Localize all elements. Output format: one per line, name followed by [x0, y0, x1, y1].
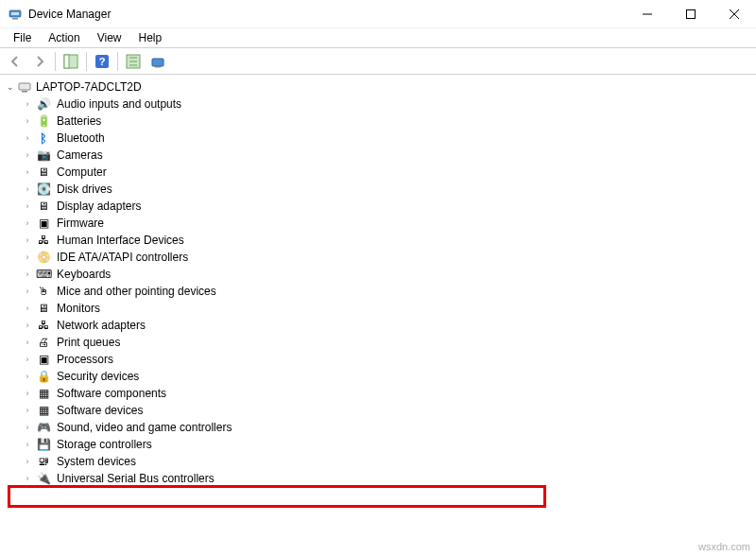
device-category-icon: 🔋 [34, 114, 53, 128]
svg-text:?: ? [99, 56, 106, 67]
menu-help[interactable]: Help [131, 29, 170, 46]
tree-item[interactable]: ›🖥Computer [17, 164, 754, 181]
scan-button[interactable] [122, 50, 145, 73]
expand-icon[interactable]: › [21, 302, 34, 315]
tree-item[interactable]: ›📷Cameras [17, 147, 754, 164]
tree-item[interactable]: ›🔋Batteries [17, 113, 754, 130]
root-label: LAPTOP-7ADCLT2D [36, 80, 142, 94]
device-category-icon: 🎮 [34, 421, 53, 434]
device-category-icon: 📷 [34, 148, 53, 162]
tree-item[interactable]: ›🔌Universal Serial Bus controllers [17, 470, 754, 487]
menu-action[interactable]: Action [41, 29, 87, 46]
show-hide-tree-button[interactable] [60, 50, 82, 73]
tree-root-node[interactable]: ⌄ LAPTOP-7ADCLT2D [4, 78, 754, 96]
tree-item[interactable]: ›⌨Keyboards [17, 266, 754, 283]
update-driver-button[interactable] [146, 50, 169, 73]
expand-icon[interactable]: › [21, 234, 34, 247]
device-category-icon: 💾 [34, 438, 53, 451]
svg-rect-12 [152, 59, 163, 66]
tree-item-label: Universal Serial Bus controllers [57, 472, 215, 485]
tree-item[interactable]: ›🖥Display adapters [17, 198, 754, 215]
device-category-icon: 💽 [34, 182, 53, 196]
tree-item-label: Disk drives [57, 182, 112, 196]
device-category-icon: ▣ [34, 217, 53, 230]
tree-item-label: Human Interface Devices [57, 234, 184, 247]
svg-rect-4 [687, 10, 696, 19]
expand-icon[interactable]: › [21, 421, 34, 434]
tree-item-label: Print queues [57, 336, 120, 349]
menu-view[interactable]: View [90, 29, 129, 46]
tree-item[interactable]: ›▦Software devices [17, 402, 754, 419]
app-icon [8, 7, 23, 22]
expand-icon[interactable]: › [21, 472, 34, 485]
device-category-icon: 🖳 [34, 455, 53, 468]
back-button[interactable] [4, 50, 26, 73]
maximize-button[interactable] [669, 0, 713, 28]
tree-item[interactable]: ›ᛒBluetooth [17, 130, 754, 147]
svg-rect-2 [12, 18, 18, 20]
tree-item-label: Batteries [57, 114, 101, 128]
tree-item[interactable]: ›📀IDE ATA/ATAPI controllers [17, 249, 754, 266]
expand-icon[interactable]: › [21, 353, 34, 366]
tree-item-label: Processors [57, 353, 113, 366]
device-category-icon: 🖧 [34, 319, 53, 332]
expand-icon[interactable]: › [21, 165, 34, 179]
tree-item[interactable]: ›▦Software components [17, 385, 754, 402]
tree-item[interactable]: ›💾Storage controllers [17, 436, 754, 453]
expand-icon[interactable]: › [21, 285, 34, 298]
tree-item[interactable]: ›▣Firmware [17, 215, 754, 232]
tree-item-label: Display adapters [57, 200, 141, 213]
tree-item-label: Keyboards [57, 268, 111, 281]
tree-item-label: Sound, video and game controllers [57, 421, 232, 434]
forward-button[interactable] [28, 50, 51, 73]
close-button[interactable] [713, 0, 756, 28]
help-button[interactable]: ? [91, 50, 113, 73]
device-category-icon: ᛒ [34, 131, 53, 146]
device-category-icon: 🖥 [34, 200, 53, 213]
device-category-icon: ▦ [34, 387, 53, 400]
expand-icon[interactable]: › [21, 200, 34, 213]
collapse-icon[interactable]: ⌄ [4, 80, 17, 94]
tree-item[interactable]: ›🖥Monitors [17, 300, 754, 317]
expand-icon[interactable]: › [21, 404, 34, 417]
device-category-icon: 🔌 [34, 472, 53, 485]
device-category-icon: 📀 [34, 251, 53, 264]
expand-icon[interactable]: › [21, 131, 34, 145]
expand-icon[interactable]: › [21, 97, 34, 111]
device-category-icon: ▣ [34, 353, 53, 366]
toolbar-separator [117, 52, 118, 71]
device-category-icon: 🖥 [34, 302, 53, 315]
tree-item[interactable]: ›💽Disk drives [17, 181, 754, 198]
svg-rect-15 [22, 91, 27, 93]
expand-icon[interactable]: › [21, 319, 34, 332]
expand-icon[interactable]: › [21, 268, 34, 281]
device-tree[interactable]: ⌄ LAPTOP-7ADCLT2D ›🔊Audio inputs and out… [0, 75, 756, 491]
tree-item[interactable]: ›🖧Human Interface Devices [17, 232, 754, 249]
expand-icon[interactable]: › [21, 217, 34, 230]
tree-item-label: Software components [57, 387, 166, 400]
expand-icon[interactable]: › [21, 182, 34, 196]
expand-icon[interactable]: › [21, 438, 34, 451]
tree-item[interactable]: ›🎮Sound, video and game controllers [17, 419, 754, 436]
tree-item[interactable]: ›🖱Mice and other pointing devices [17, 283, 754, 300]
svg-rect-14 [19, 83, 30, 90]
expand-icon[interactable]: › [21, 251, 34, 264]
tree-item[interactable]: ›🖧Network adapters [17, 317, 754, 334]
toolbar-separator [55, 52, 56, 71]
svg-rect-8 [64, 55, 69, 68]
tree-item[interactable]: ›🖨Print queues [17, 334, 754, 351]
expand-icon[interactable]: › [21, 336, 34, 349]
expand-icon[interactable]: › [21, 148, 34, 162]
tree-item[interactable]: ›🔊Audio inputs and outputs [17, 96, 754, 113]
expand-icon[interactable]: › [21, 387, 34, 400]
expand-icon[interactable]: › [21, 455, 34, 468]
window-title: Device Manager [28, 8, 111, 21]
tree-item-label: System devices [57, 455, 136, 468]
tree-item[interactable]: ›🔒Security devices [17, 368, 754, 385]
expand-icon[interactable]: › [21, 370, 34, 383]
expand-icon[interactable]: › [21, 114, 34, 128]
tree-item[interactable]: ›🖳System devices [17, 453, 754, 470]
tree-item[interactable]: ›▣Processors [17, 351, 754, 368]
menu-file[interactable]: File [6, 29, 39, 46]
minimize-button[interactable] [626, 0, 669, 28]
